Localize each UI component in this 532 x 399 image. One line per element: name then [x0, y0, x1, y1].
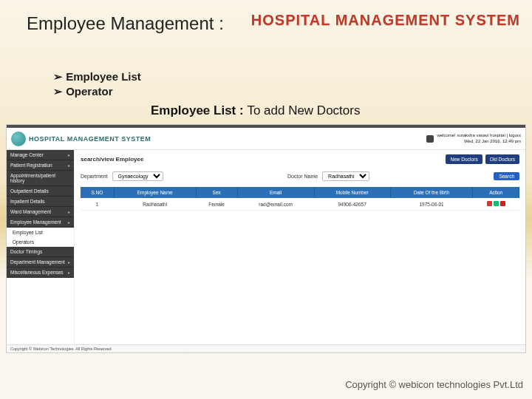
sidebar-item-department-management[interactable]: Department Management▸	[7, 257, 74, 267]
user-block: welcome! suraksha vasavi hospital | logo…	[426, 133, 521, 143]
delete-icon[interactable]	[500, 201, 505, 206]
col-name: Employee Name	[114, 187, 196, 198]
sidebar-item-inpatient[interactable]: Inpatient Details	[7, 197, 74, 207]
old-doctors-button[interactable]: Old Doctors	[485, 154, 519, 164]
sidebar-item-misc-expenses[interactable]: Miscellaneous Expenses▸	[7, 267, 74, 278]
chevron-right-icon: ▸	[68, 259, 70, 265]
chevron-right-icon: ▸	[68, 219, 70, 225]
section-heading-bold: Employee List :	[151, 103, 247, 117]
sidebar-item-outpatient[interactable]: Outpatient Details	[7, 186, 74, 197]
sidebar-item-label: Appointments/patient history	[10, 173, 70, 183]
app-footer: Copyright © Webicon Technologies. All Ri…	[7, 344, 525, 352]
cell-mobile: 94906-42657	[314, 198, 390, 211]
sidebar-item-doctor-timings[interactable]: Doctor Timings	[7, 247, 74, 257]
cell-sno: 1	[81, 198, 114, 211]
sidebar-item-label: Ward Management	[10, 209, 51, 214]
cell-action	[473, 198, 519, 211]
col-sno: S.NO	[81, 187, 114, 198]
sidebar-item-label: Employee Management	[10, 219, 61, 225]
sidebar-item-label: Outpatient Details	[10, 188, 49, 194]
slide-copyright: Copyright © webicon technologies Pvt.Ltd	[345, 379, 523, 390]
filter-row: Department Gynaecology Doctor Name Radha…	[81, 168, 519, 184]
slide-title: Employee Management :	[27, 13, 224, 34]
button-row: New Doctors Old Doctors	[446, 154, 519, 164]
sidebar-item-label: Miscellaneous Expenses	[10, 270, 64, 275]
brand-title: HOSPITAL MANAGEMENT SYSTEM	[251, 12, 520, 29]
chevron-right-icon: ▸	[68, 209, 70, 214]
employee-table: S.NO Employee Name Sex Email Mobile Numb…	[81, 187, 519, 211]
sidebar-item-label: Department Management	[10, 259, 65, 265]
col-email: Email	[237, 187, 314, 198]
main-title: search/view Employee	[81, 156, 143, 163]
chevron-right-icon: ▸	[68, 270, 70, 275]
app-header: HOSPITAL MANAGEMENT SYSTEM welcome! sura…	[7, 128, 525, 150]
doctor-name-label: Doctor Name	[287, 174, 318, 179]
user-icon	[426, 135, 434, 143]
sidebar-item-patient-registration[interactable]: Patient Registration▸	[7, 160, 74, 171]
sidebar-item-label: Manage Center	[10, 152, 44, 157]
search-button[interactable]: Search	[494, 172, 519, 180]
sidebar-item-label: Operators	[13, 239, 34, 245]
sidebar-item-employee-management[interactable]: Employee Management▸	[7, 217, 74, 228]
app-brand-text: HOSPITAL MANAGEMENT SYSTEM	[29, 135, 151, 143]
section-heading-rest: To add New Doctors	[247, 103, 360, 117]
sidebar-item-appointments[interactable]: Appointments/patient history	[7, 171, 74, 186]
app-logo: HOSPITAL MANAGEMENT SYSTEM	[11, 132, 151, 146]
bullet-item: Operator	[53, 84, 141, 99]
bullet-list: Employee List Operator	[53, 69, 141, 100]
sidebar: Manage Center▸ Patient Registration▸ App…	[7, 150, 75, 345]
table-header-row: S.NO Employee Name Sex Email Mobile Numb…	[81, 187, 519, 198]
cell-dob: 1975-06-01	[390, 198, 473, 211]
new-doctors-button[interactable]: New Doctors	[446, 154, 482, 164]
edit-icon[interactable]	[494, 201, 499, 206]
col-mobile: Mobile Number	[314, 187, 390, 198]
section-heading: Employee List : To add New Doctors	[151, 103, 360, 118]
col-sex: Sex	[196, 187, 237, 198]
sidebar-item-label: Patient Registration	[10, 163, 52, 168]
main-top: search/view Employee New Doctors Old Doc…	[81, 154, 519, 164]
chevron-right-icon: ▸	[68, 163, 70, 168]
cell-name: Radhasathi	[114, 198, 196, 211]
sidebar-subitem-operators[interactable]: Operators	[7, 237, 74, 247]
flag-icon[interactable]	[487, 201, 492, 206]
department-label: Department	[81, 174, 108, 179]
user-welcome: welcome! suraksha vasavi hospital | logo…	[437, 133, 521, 138]
doctor-name-select[interactable]: Radhasathi	[322, 171, 369, 181]
col-dob: Date Of the Birth	[390, 187, 473, 198]
sidebar-item-label: Employee List	[13, 230, 43, 235]
department-select[interactable]: Gynaecology	[112, 171, 163, 181]
sidebar-item-label: Inpatient Details	[10, 199, 45, 204]
sidebar-item-manage-center[interactable]: Manage Center▸	[7, 150, 74, 160]
app-window: HOSPITAL MANAGEMENT SYSTEM welcome! sura…	[6, 124, 526, 353]
col-action: Action	[473, 187, 519, 198]
table-row: 1 Radhasathi Female rad@email.com 94906-…	[81, 198, 519, 211]
cell-sex: Female	[196, 198, 237, 211]
main-panel: search/view Employee New Doctors Old Doc…	[75, 150, 525, 345]
sidebar-subitem-employee-list[interactable]: Employee List	[7, 228, 74, 237]
app-body: Manage Center▸ Patient Registration▸ App…	[7, 150, 525, 345]
user-time: Wed, 22 Jan 2016, 12:49 pm	[437, 139, 521, 144]
bullet-item: Employee List	[53, 69, 141, 84]
sidebar-item-label: Doctor Timings	[10, 249, 42, 254]
chevron-right-icon: ▸	[68, 152, 70, 157]
sidebar-item-ward[interactable]: Ward Management▸	[7, 207, 74, 217]
cell-email: rad@email.com	[237, 198, 314, 211]
logo-icon	[11, 132, 26, 146]
